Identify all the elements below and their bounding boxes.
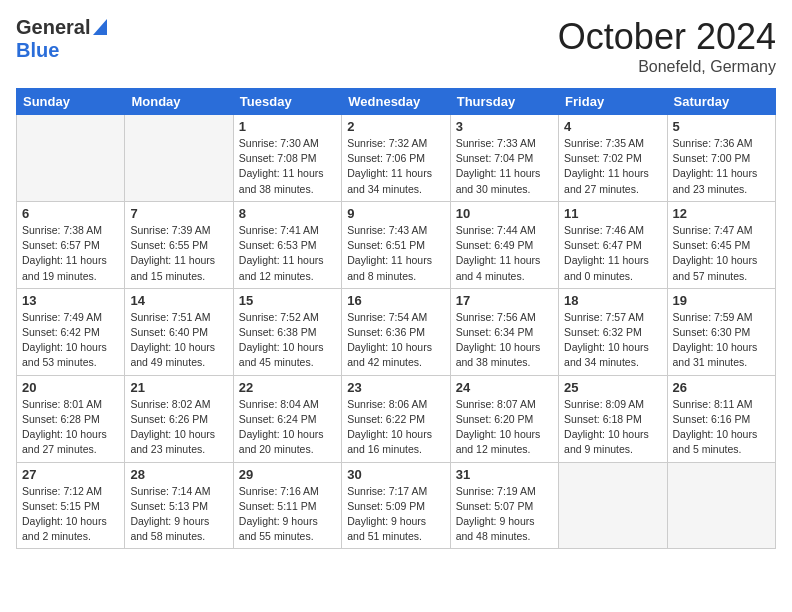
- day-number: 20: [22, 380, 119, 395]
- day-number: 5: [673, 119, 770, 134]
- calendar-cell: 30Sunrise: 7:17 AM Sunset: 5:09 PM Dayli…: [342, 462, 450, 549]
- logo: General Blue: [16, 16, 107, 62]
- calendar-cell: 21Sunrise: 8:02 AM Sunset: 6:26 PM Dayli…: [125, 375, 233, 462]
- day-info: Sunrise: 7:35 AM Sunset: 7:02 PM Dayligh…: [564, 136, 661, 197]
- day-number: 23: [347, 380, 444, 395]
- calendar-cell: 28Sunrise: 7:14 AM Sunset: 5:13 PM Dayli…: [125, 462, 233, 549]
- calendar-week-1: 1Sunrise: 7:30 AM Sunset: 7:08 PM Daylig…: [17, 115, 776, 202]
- day-info: Sunrise: 8:09 AM Sunset: 6:18 PM Dayligh…: [564, 397, 661, 458]
- day-info: Sunrise: 7:32 AM Sunset: 7:06 PM Dayligh…: [347, 136, 444, 197]
- calendar-cell: 16Sunrise: 7:54 AM Sunset: 6:36 PM Dayli…: [342, 288, 450, 375]
- calendar-cell: 19Sunrise: 7:59 AM Sunset: 6:30 PM Dayli…: [667, 288, 775, 375]
- svg-marker-0: [93, 19, 107, 35]
- calendar-cell: 14Sunrise: 7:51 AM Sunset: 6:40 PM Dayli…: [125, 288, 233, 375]
- day-info: Sunrise: 8:07 AM Sunset: 6:20 PM Dayligh…: [456, 397, 553, 458]
- calendar-header-row: SundayMondayTuesdayWednesdayThursdayFrid…: [17, 89, 776, 115]
- title-block: October 2024 Bonefeld, Germany: [558, 16, 776, 76]
- month-title: October 2024: [558, 16, 776, 58]
- day-number: 13: [22, 293, 119, 308]
- calendar-table: SundayMondayTuesdayWednesdayThursdayFrid…: [16, 88, 776, 549]
- day-number: 1: [239, 119, 336, 134]
- day-info: Sunrise: 7:54 AM Sunset: 6:36 PM Dayligh…: [347, 310, 444, 371]
- calendar-cell: 22Sunrise: 8:04 AM Sunset: 6:24 PM Dayli…: [233, 375, 341, 462]
- weekday-header-saturday: Saturday: [667, 89, 775, 115]
- day-number: 19: [673, 293, 770, 308]
- day-number: 31: [456, 467, 553, 482]
- weekday-header-sunday: Sunday: [17, 89, 125, 115]
- calendar-cell: 31Sunrise: 7:19 AM Sunset: 5:07 PM Dayli…: [450, 462, 558, 549]
- day-number: 28: [130, 467, 227, 482]
- calendar-cell: [125, 115, 233, 202]
- calendar-cell: 6Sunrise: 7:38 AM Sunset: 6:57 PM Daylig…: [17, 201, 125, 288]
- calendar-cell: 12Sunrise: 7:47 AM Sunset: 6:45 PM Dayli…: [667, 201, 775, 288]
- day-info: Sunrise: 7:30 AM Sunset: 7:08 PM Dayligh…: [239, 136, 336, 197]
- day-info: Sunrise: 7:33 AM Sunset: 7:04 PM Dayligh…: [456, 136, 553, 197]
- day-number: 27: [22, 467, 119, 482]
- location: Bonefeld, Germany: [558, 58, 776, 76]
- page-header: General Blue October 2024 Bonefeld, Germ…: [16, 16, 776, 76]
- day-info: Sunrise: 7:41 AM Sunset: 6:53 PM Dayligh…: [239, 223, 336, 284]
- logo-general-text: General: [16, 16, 90, 39]
- day-info: Sunrise: 7:56 AM Sunset: 6:34 PM Dayligh…: [456, 310, 553, 371]
- day-info: Sunrise: 7:51 AM Sunset: 6:40 PM Dayligh…: [130, 310, 227, 371]
- day-number: 15: [239, 293, 336, 308]
- weekday-header-friday: Friday: [559, 89, 667, 115]
- calendar-cell: 20Sunrise: 8:01 AM Sunset: 6:28 PM Dayli…: [17, 375, 125, 462]
- logo-blue-text: Blue: [16, 39, 59, 61]
- day-info: Sunrise: 7:44 AM Sunset: 6:49 PM Dayligh…: [456, 223, 553, 284]
- day-info: Sunrise: 8:01 AM Sunset: 6:28 PM Dayligh…: [22, 397, 119, 458]
- day-number: 4: [564, 119, 661, 134]
- calendar-cell: 11Sunrise: 7:46 AM Sunset: 6:47 PM Dayli…: [559, 201, 667, 288]
- day-number: 21: [130, 380, 227, 395]
- day-number: 6: [22, 206, 119, 221]
- day-number: 2: [347, 119, 444, 134]
- calendar-cell: 27Sunrise: 7:12 AM Sunset: 5:15 PM Dayli…: [17, 462, 125, 549]
- calendar-cell: 9Sunrise: 7:43 AM Sunset: 6:51 PM Daylig…: [342, 201, 450, 288]
- day-info: Sunrise: 7:12 AM Sunset: 5:15 PM Dayligh…: [22, 484, 119, 545]
- calendar-cell: 29Sunrise: 7:16 AM Sunset: 5:11 PM Dayli…: [233, 462, 341, 549]
- day-info: Sunrise: 7:52 AM Sunset: 6:38 PM Dayligh…: [239, 310, 336, 371]
- calendar-body: 1Sunrise: 7:30 AM Sunset: 7:08 PM Daylig…: [17, 115, 776, 549]
- day-info: Sunrise: 7:38 AM Sunset: 6:57 PM Dayligh…: [22, 223, 119, 284]
- day-number: 12: [673, 206, 770, 221]
- day-info: Sunrise: 7:17 AM Sunset: 5:09 PM Dayligh…: [347, 484, 444, 545]
- calendar-cell: 4Sunrise: 7:35 AM Sunset: 7:02 PM Daylig…: [559, 115, 667, 202]
- calendar-cell: 26Sunrise: 8:11 AM Sunset: 6:16 PM Dayli…: [667, 375, 775, 462]
- day-info: Sunrise: 7:36 AM Sunset: 7:00 PM Dayligh…: [673, 136, 770, 197]
- weekday-header-tuesday: Tuesday: [233, 89, 341, 115]
- day-number: 17: [456, 293, 553, 308]
- day-number: 14: [130, 293, 227, 308]
- day-number: 22: [239, 380, 336, 395]
- day-number: 11: [564, 206, 661, 221]
- calendar-week-3: 13Sunrise: 7:49 AM Sunset: 6:42 PM Dayli…: [17, 288, 776, 375]
- weekday-header-thursday: Thursday: [450, 89, 558, 115]
- day-number: 24: [456, 380, 553, 395]
- calendar-cell: 18Sunrise: 7:57 AM Sunset: 6:32 PM Dayli…: [559, 288, 667, 375]
- calendar-cell: 13Sunrise: 7:49 AM Sunset: 6:42 PM Dayli…: [17, 288, 125, 375]
- calendar-cell: 8Sunrise: 7:41 AM Sunset: 6:53 PM Daylig…: [233, 201, 341, 288]
- day-info: Sunrise: 7:14 AM Sunset: 5:13 PM Dayligh…: [130, 484, 227, 545]
- calendar-cell: 23Sunrise: 8:06 AM Sunset: 6:22 PM Dayli…: [342, 375, 450, 462]
- calendar-cell: [559, 462, 667, 549]
- day-info: Sunrise: 7:16 AM Sunset: 5:11 PM Dayligh…: [239, 484, 336, 545]
- calendar-cell: 5Sunrise: 7:36 AM Sunset: 7:00 PM Daylig…: [667, 115, 775, 202]
- calendar-week-2: 6Sunrise: 7:38 AM Sunset: 6:57 PM Daylig…: [17, 201, 776, 288]
- calendar-cell: 10Sunrise: 7:44 AM Sunset: 6:49 PM Dayli…: [450, 201, 558, 288]
- day-info: Sunrise: 7:57 AM Sunset: 6:32 PM Dayligh…: [564, 310, 661, 371]
- day-number: 8: [239, 206, 336, 221]
- day-info: Sunrise: 8:11 AM Sunset: 6:16 PM Dayligh…: [673, 397, 770, 458]
- day-number: 3: [456, 119, 553, 134]
- calendar-cell: 2Sunrise: 7:32 AM Sunset: 7:06 PM Daylig…: [342, 115, 450, 202]
- day-info: Sunrise: 7:43 AM Sunset: 6:51 PM Dayligh…: [347, 223, 444, 284]
- day-info: Sunrise: 8:06 AM Sunset: 6:22 PM Dayligh…: [347, 397, 444, 458]
- day-info: Sunrise: 8:02 AM Sunset: 6:26 PM Dayligh…: [130, 397, 227, 458]
- calendar-cell: [667, 462, 775, 549]
- logo-triangle-icon: [93, 19, 107, 39]
- day-info: Sunrise: 7:49 AM Sunset: 6:42 PM Dayligh…: [22, 310, 119, 371]
- calendar-cell: [17, 115, 125, 202]
- weekday-header-wednesday: Wednesday: [342, 89, 450, 115]
- calendar-cell: 25Sunrise: 8:09 AM Sunset: 6:18 PM Dayli…: [559, 375, 667, 462]
- day-info: Sunrise: 7:46 AM Sunset: 6:47 PM Dayligh…: [564, 223, 661, 284]
- calendar-week-4: 20Sunrise: 8:01 AM Sunset: 6:28 PM Dayli…: [17, 375, 776, 462]
- calendar-week-5: 27Sunrise: 7:12 AM Sunset: 5:15 PM Dayli…: [17, 462, 776, 549]
